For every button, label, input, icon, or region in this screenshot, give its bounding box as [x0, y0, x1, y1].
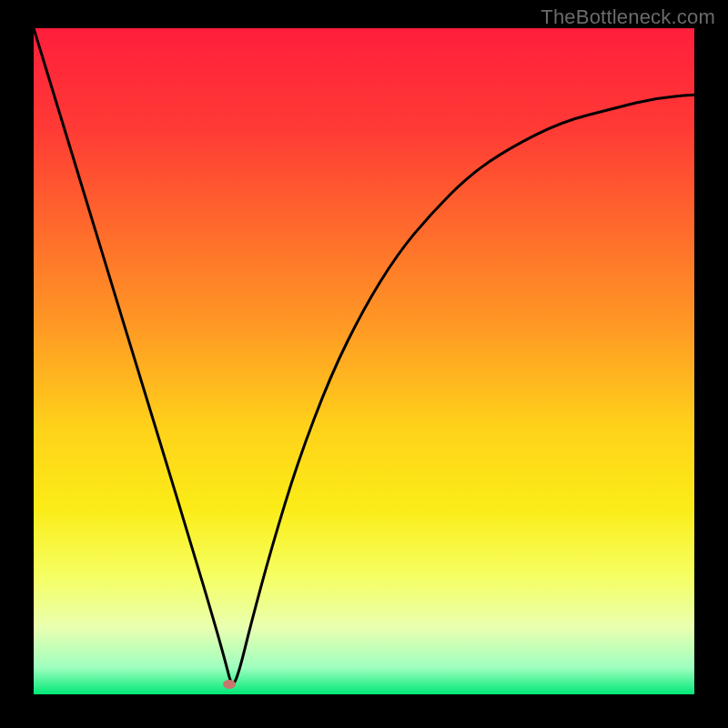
chart-frame: TheBottleneck.com [0, 0, 728, 728]
watermark-text: TheBottleneck.com [541, 5, 715, 29]
plot-area [34, 28, 694, 694]
optimal-point-marker [223, 680, 236, 689]
